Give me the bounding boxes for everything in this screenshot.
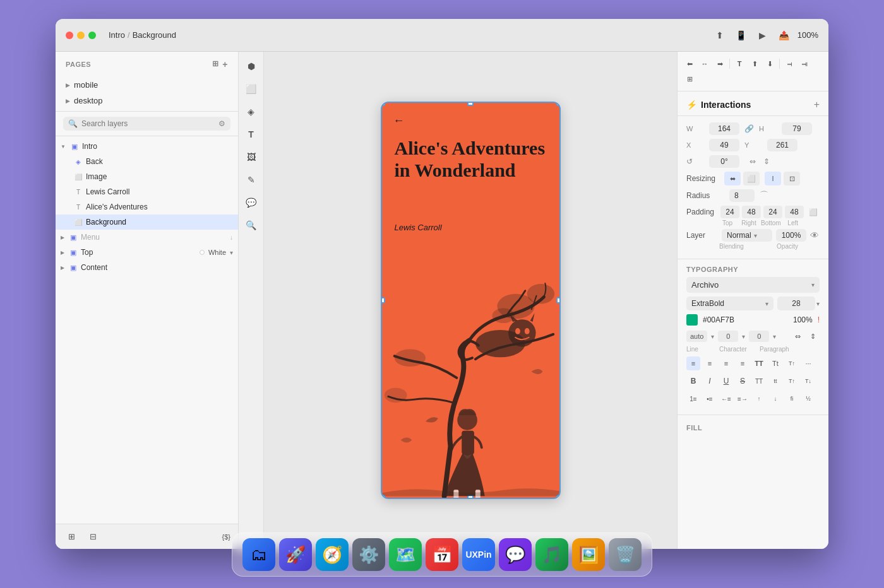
close-button[interactable] bbox=[66, 32, 73, 39]
eye-icon[interactable]: 👁 bbox=[810, 230, 819, 240]
align-top-icon[interactable]: ⬆ bbox=[748, 57, 762, 71]
flip-v-icon[interactable]: ⇕ bbox=[763, 157, 770, 166]
minimize-button[interactable] bbox=[77, 32, 85, 39]
page-item-mobile[interactable]: ▶ mobile bbox=[56, 77, 238, 93]
radius-value[interactable]: 8 bbox=[729, 189, 755, 202]
share-icon[interactable]: 📤 bbox=[776, 27, 792, 44]
align-TT-btn[interactable]: TT bbox=[752, 356, 766, 370]
text-tool[interactable]: T bbox=[242, 125, 261, 144]
canvas-area[interactable]: ← Alice's Adventures in Wonderland Lewis… bbox=[264, 52, 677, 549]
radius-icon[interactable]: ⌒ bbox=[760, 190, 768, 201]
character-value[interactable]: 0 bbox=[718, 331, 738, 342]
tt-btn[interactable]: TT bbox=[752, 374, 766, 388]
ordered-list-btn[interactable]: 1≡ bbox=[686, 392, 700, 406]
dock-finder[interactable]: 🗂 bbox=[242, 538, 275, 571]
search-input[interactable] bbox=[81, 119, 215, 128]
align-left-icon[interactable]: ⬅ bbox=[683, 57, 696, 71]
strikethrough-btn[interactable]: S bbox=[736, 374, 750, 388]
dock-maps[interactable]: 🗺️ bbox=[389, 538, 422, 571]
image-tool[interactable]: 🖼 bbox=[242, 148, 261, 167]
font-family-select[interactable]: Archivo ▾ bbox=[686, 277, 820, 293]
dock-calendar[interactable]: 📅 bbox=[426, 538, 458, 571]
export-icon[interactable]: ⬆ bbox=[712, 27, 728, 44]
indent-less-btn[interactable]: ←≡ bbox=[719, 392, 733, 406]
blending-select[interactable]: Normal ▾ bbox=[722, 229, 772, 242]
frame-tool[interactable]: ⬜ bbox=[242, 79, 261, 98]
dock-photos[interactable]: 🖼️ bbox=[572, 538, 605, 571]
code-block-icon[interactable]: {$} bbox=[222, 533, 230, 541]
dock-trash[interactable]: 🗑️ bbox=[609, 538, 642, 571]
font-size-value[interactable]: 28 bbox=[777, 297, 815, 310]
x-value[interactable]: 49 bbox=[709, 139, 739, 151]
phone-icon[interactable]: 📱 bbox=[733, 27, 750, 44]
subscript2-btn[interactable]: ↓ bbox=[768, 392, 782, 406]
italic-btn[interactable]: I bbox=[703, 374, 717, 388]
opacity-value[interactable]: 100% bbox=[776, 229, 806, 242]
handle-tm[interactable] bbox=[467, 102, 474, 106]
indent-more-btn[interactable]: ≡→ bbox=[736, 392, 750, 406]
align-Tt-btn[interactable]: Tt bbox=[768, 356, 782, 370]
subscript-btn[interactable]: T↓ bbox=[801, 374, 815, 388]
page-item-desktop[interactable]: ▶ desktop bbox=[56, 93, 238, 109]
align-bottom-icon[interactable]: ⬇ bbox=[763, 57, 777, 71]
book-card[interactable]: ← Alice's Adventures in Wonderland Lewis… bbox=[381, 102, 561, 499]
ligature-btn[interactable]: fi bbox=[785, 392, 799, 406]
underline-btn[interactable]: U bbox=[719, 374, 733, 388]
y-value[interactable]: 261 bbox=[767, 139, 797, 151]
fraction-btn[interactable]: ½ bbox=[801, 392, 815, 406]
font-style-select[interactable]: ExtraBold ▾ bbox=[686, 297, 774, 310]
dock-uxpin[interactable]: UXPin bbox=[462, 538, 495, 571]
flip-h-icon[interactable]: ⇔ bbox=[750, 157, 756, 166]
vector-tool[interactable]: ✎ bbox=[242, 170, 261, 189]
layer-intro[interactable]: ▼ ▣ Intro bbox=[56, 139, 238, 154]
dock-safari[interactable]: 🧭 bbox=[316, 538, 349, 571]
padding-left[interactable]: 48 bbox=[785, 206, 804, 218]
select-tool[interactable]: ⬢ bbox=[242, 57, 261, 76]
color-opacity[interactable]: 100% bbox=[793, 315, 813, 324]
expand-all-icon[interactable]: ⊞ bbox=[212, 59, 219, 69]
layer-lewis-carroll[interactable]: T Lewis Carroll bbox=[56, 184, 238, 199]
maximize-button[interactable] bbox=[88, 32, 96, 39]
color-swatch[interactable] bbox=[686, 314, 698, 326]
layers-icon[interactable]: ⊞ bbox=[63, 529, 80, 545]
layer-back[interactable]: ◈ Back bbox=[56, 154, 238, 169]
superscript-btn[interactable]: T↑ bbox=[785, 374, 799, 388]
filter-icon[interactable]: ⚙ bbox=[218, 119, 225, 128]
add-page-icon[interactable]: + bbox=[222, 59, 228, 69]
align-justify-text-btn[interactable]: ≡ bbox=[736, 356, 750, 370]
color-hex[interactable]: #00AF7B bbox=[703, 315, 734, 324]
resize-fixed-w-btn[interactable]: ⬌ bbox=[724, 172, 741, 185]
align-right-text-btn[interactable]: ≡ bbox=[719, 356, 733, 370]
breadcrumb-intro[interactable]: Intro bbox=[109, 30, 125, 40]
fixed-size-h-btn[interactable]: ⇔ bbox=[791, 329, 804, 343]
layer-background[interactable]: ⬜ Background bbox=[56, 215, 238, 230]
dock-launchpad[interactable]: 🚀 bbox=[279, 538, 312, 571]
unordered-list-btn[interactable]: •≡ bbox=[703, 392, 717, 406]
padding-top[interactable]: 24 bbox=[720, 206, 739, 218]
distribute-v-icon[interactable]: ⫥ bbox=[797, 57, 811, 71]
dock-system-prefs[interactable]: ⚙️ bbox=[352, 538, 385, 571]
padding-bottom[interactable]: 24 bbox=[763, 206, 782, 218]
layer-alices-adventures[interactable]: T Alice's Adventures bbox=[56, 199, 238, 215]
grid-icon[interactable]: ⊟ bbox=[85, 529, 101, 545]
align-right-icon[interactable]: ➡ bbox=[713, 57, 727, 71]
align-t-btn[interactable]: T↑ bbox=[785, 356, 799, 370]
padding-expand-icon[interactable]: ⬜ bbox=[809, 208, 818, 216]
book-back-arrow[interactable]: ← bbox=[393, 114, 405, 127]
layer-image[interactable]: ⬜ Image bbox=[56, 169, 238, 184]
resize-hug-btn[interactable]: ⬜ bbox=[743, 172, 760, 185]
comments-tool[interactable]: 💬 bbox=[242, 193, 261, 212]
breadcrumb-background[interactable]: Background bbox=[133, 30, 176, 40]
align-center-text-btn[interactable]: ≡ bbox=[703, 356, 717, 370]
paragraph-value[interactable]: 0 bbox=[749, 331, 769, 342]
layer-content[interactable]: ▶ ▣ Content bbox=[56, 260, 238, 275]
layer-top[interactable]: ▶ ▣ Top White ▾ bbox=[56, 245, 238, 260]
text-align-icon[interactable]: T bbox=[732, 57, 746, 71]
layer-menu[interactable]: ▶ ▣ Menu ↓ bbox=[56, 230, 238, 245]
more-btn[interactable]: ··· bbox=[801, 356, 815, 370]
handle-tl[interactable] bbox=[381, 102, 385, 106]
distribute-icon[interactable]: ⊞ bbox=[683, 72, 696, 86]
tt-small-btn[interactable]: tt bbox=[768, 374, 782, 388]
link-icon[interactable]: 🔗 bbox=[744, 124, 754, 133]
line-value[interactable]: auto bbox=[686, 331, 707, 342]
